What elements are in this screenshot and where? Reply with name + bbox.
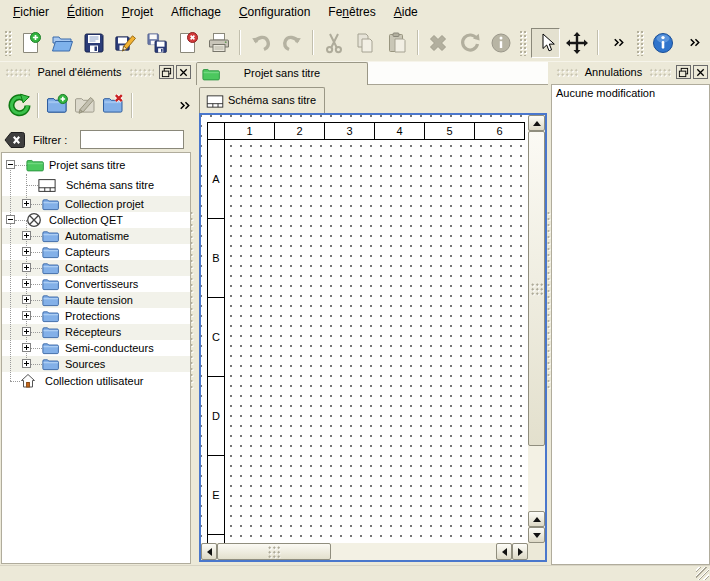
close-document-button[interactable] <box>173 28 202 58</box>
menu-item-edition[interactable]: Édition <box>58 2 113 22</box>
folder-icon <box>42 340 60 356</box>
diagram-window: 1 2 3 4 5 6 A B C D E <box>199 113 547 562</box>
toolbar-handle[interactable] <box>519 30 528 56</box>
vertical-scrollbar[interactable] <box>528 115 545 543</box>
tree-item-collection-utilisateur[interactable]: Collection utilisateur <box>2 372 190 390</box>
save-button[interactable] <box>79 28 108 58</box>
overflow-chevron-icon <box>687 35 702 50</box>
menu-item-fenetres[interactable]: Fenêtres <box>319 2 384 22</box>
menu-item-aide[interactable]: Aide <box>385 2 427 22</box>
horizontal-scrollbar[interactable] <box>201 543 528 560</box>
diagram-canvas[interactable]: 1 2 3 4 5 6 A B C D E <box>201 115 528 543</box>
delete-category-button[interactable] <box>99 90 127 120</box>
save-as-button[interactable] <box>110 28 139 58</box>
scroll-left-button[interactable] <box>496 543 512 560</box>
scroll-mode-button[interactable] <box>562 28 591 58</box>
delete-button[interactable] <box>424 28 453 58</box>
close-panel-button[interactable] <box>176 65 191 79</box>
scrollbar-thumb[interactable] <box>528 131 545 446</box>
tree-item-collection-projet[interactable]: Collection projet <box>2 196 190 212</box>
new-document-button[interactable] <box>16 28 45 58</box>
elements-panel-titlebar[interactable]: Panel d'éléments <box>0 62 193 82</box>
cut-button[interactable] <box>319 28 348 58</box>
expand-expander[interactable] <box>22 247 31 256</box>
object-info-button[interactable] <box>487 28 516 58</box>
scroll-down-button[interactable] <box>528 527 545 543</box>
scroll-up-button[interactable] <box>528 511 545 527</box>
close-icon <box>695 67 706 78</box>
toolbar-handle[interactable] <box>4 30 13 56</box>
frame-corner-cell <box>207 122 225 140</box>
paste-button[interactable] <box>382 28 411 58</box>
tab-projet-sans-titre[interactable]: Projet sans titre <box>196 62 368 85</box>
expand-expander[interactable] <box>22 343 31 352</box>
redo-button[interactable] <box>278 28 307 58</box>
copy-button[interactable] <box>351 28 380 58</box>
row-header: B <box>207 218 225 298</box>
tree-item-capteurs[interactable]: Capteurs <box>2 244 190 260</box>
rotate-icon <box>458 31 482 55</box>
collapse-expander[interactable] <box>6 160 15 169</box>
rotate-button[interactable] <box>455 28 484 58</box>
expand-expander[interactable] <box>22 295 31 304</box>
edit-category-button[interactable] <box>71 90 99 120</box>
expand-expander[interactable] <box>22 263 31 272</box>
column-header: 6 <box>474 122 525 140</box>
column-header: 2 <box>274 122 325 140</box>
open-document-button[interactable] <box>47 28 76 58</box>
menu-item-configuration[interactable]: Configuration <box>230 2 319 22</box>
menu-bar: Fichier Édition Projet Affichage Configu… <box>0 0 710 24</box>
scroll-left-button[interactable] <box>201 543 217 560</box>
column-header: 3 <box>324 122 375 140</box>
float-panel-button[interactable] <box>676 65 691 79</box>
menu-item-fichier[interactable]: Fichier <box>4 2 58 22</box>
save-all-button[interactable] <box>142 28 171 58</box>
select-mode-button[interactable] <box>531 28 560 58</box>
undo-panel-titlebar[interactable]: Annulations <box>551 62 710 82</box>
tree-item-haute-tension[interactable]: Haute tension <box>2 292 190 308</box>
tree-item-automatisme[interactable]: Automatisme <box>2 228 190 244</box>
undo-list[interactable]: Aucune modification <box>551 84 710 565</box>
tree-item-schema-sans-titre[interactable]: Schéma sans titre <box>2 174 190 196</box>
tree-item-collection-qet[interactable]: Collection QET <box>2 212 190 228</box>
undo-panel: Annulations Aucune modification <box>551 62 710 565</box>
expand-expander[interactable] <box>22 311 31 320</box>
tree-item-projet-sans-titre[interactable]: Projet sans titre <box>2 156 190 174</box>
clear-filter-button[interactable] <box>4 131 26 149</box>
expand-expander[interactable] <box>22 327 31 336</box>
tree-item-semi-conducteurs[interactable]: Semi-conducteurs <box>2 340 190 356</box>
tree-item-recepteurs[interactable]: Récepteurs <box>2 324 190 340</box>
scroll-up-button[interactable] <box>528 115 545 131</box>
right-arrow-icon <box>518 548 523 556</box>
scrollbar-thumb[interactable] <box>217 543 331 560</box>
float-panel-button[interactable] <box>159 65 174 79</box>
tree-item-sources[interactable]: Sources <box>2 356 190 372</box>
undo-list-item[interactable]: Aucune modification <box>552 85 709 101</box>
left-splitter-handle[interactable] <box>189 210 195 390</box>
close-panel-button[interactable] <box>693 65 708 79</box>
resize-grip[interactable] <box>696 567 709 580</box>
tree-item-convertisseurs[interactable]: Convertisseurs <box>2 276 190 292</box>
reload-collections-button[interactable] <box>5 90 33 120</box>
save-as-icon <box>113 31 137 55</box>
toolbar-overflow-button[interactable] <box>680 28 709 58</box>
about-button[interactable] <box>648 28 677 58</box>
filter-input[interactable] <box>80 130 184 149</box>
toolbar-overflow-button[interactable] <box>604 28 633 58</box>
expand-expander[interactable] <box>22 199 31 208</box>
toolbar-handle[interactable] <box>636 30 645 56</box>
print-button[interactable] <box>205 28 234 58</box>
panel-overflow-button[interactable] <box>175 90 193 120</box>
expand-expander[interactable] <box>22 359 31 368</box>
expand-expander[interactable] <box>22 231 31 240</box>
tree-item-protections[interactable]: Protections <box>2 308 190 324</box>
scroll-right-button[interactable] <box>512 543 528 560</box>
undo-button[interactable] <box>246 28 275 58</box>
tab-schema-sans-titre[interactable]: Schéma sans titre <box>199 87 325 113</box>
collapse-expander[interactable] <box>6 215 15 224</box>
menu-item-affichage[interactable]: Affichage <box>162 2 230 22</box>
new-category-button[interactable] <box>43 90 71 120</box>
menu-item-projet[interactable]: Projet <box>113 2 162 22</box>
tree-item-contacts[interactable]: Contacts <box>2 260 190 276</box>
expand-expander[interactable] <box>22 279 31 288</box>
